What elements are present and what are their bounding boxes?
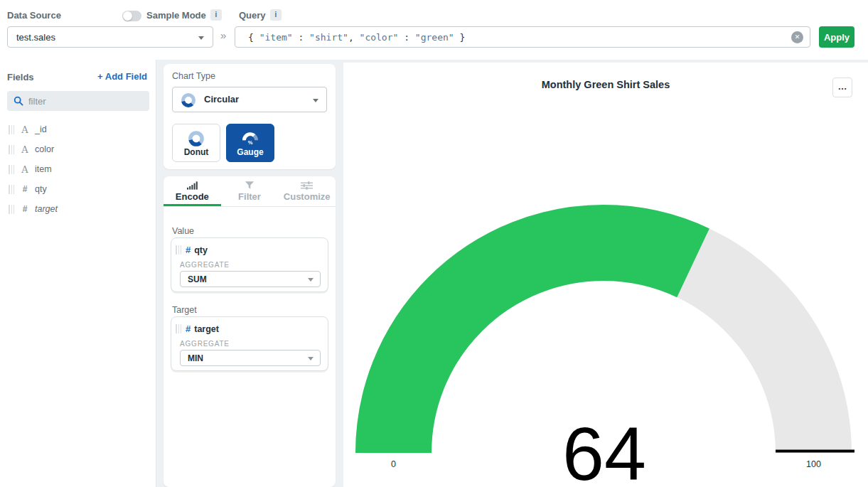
tab-filter[interactable]: Filter <box>221 176 279 206</box>
data-source-select[interactable]: test.sales <box>7 26 213 48</box>
clear-query-icon[interactable]: ✕ <box>791 31 803 43</box>
chevron-down-icon <box>313 99 318 102</box>
query-string-token: "item" <box>259 32 293 43</box>
value-aggregate-value: SUM <box>188 274 207 284</box>
tab-encode[interactable]: Encode <box>164 176 221 206</box>
drag-handle-icon <box>9 165 14 174</box>
query-label: Query <box>239 10 266 21</box>
string-field-icon: A <box>19 124 31 135</box>
subtype-donut-label: Donut <box>184 147 209 157</box>
value-section-label: Value <box>172 226 194 236</box>
query-text: { "item" : "shirt", "color" : "green" } <box>248 32 465 43</box>
field-item-qty[interactable]: #qty <box>0 179 156 199</box>
field-name: item <box>35 164 52 174</box>
target-field-chip[interactable]: # target <box>176 323 219 334</box>
apply-button[interactable]: Apply <box>819 26 854 48</box>
sample-mode-toggle[interactable] <box>122 11 141 21</box>
chart-preview-card: Monthly Green Shirt Sales … 010064 <box>343 63 868 487</box>
chevron-down-icon <box>198 36 204 40</box>
field-name: _id <box>35 124 47 134</box>
number-field-icon: # <box>186 323 191 334</box>
chart-type-label: Chart Type <box>172 71 215 81</box>
target-aggregate-select[interactable]: MIN <box>180 350 321 366</box>
donut-chart-icon <box>187 129 205 148</box>
mongodb-charts-builder: Data Source Sample Mode i Query i test.s… <box>0 0 868 487</box>
field-filter-input[interactable] <box>28 94 142 108</box>
chart-type-card: Chart Type Circular Donut <box>164 64 336 169</box>
fields-list: A_idAcolorAitem#qty#target <box>0 119 156 219</box>
encode-tabs: Encode Filter Customize <box>164 176 336 206</box>
field-item-target[interactable]: #target <box>0 199 156 219</box>
sliders-icon <box>301 181 313 190</box>
field-name: color <box>35 144 54 154</box>
query-punct-token: { <box>248 32 259 43</box>
sample-mode-label: Sample Mode <box>146 10 206 21</box>
query-input[interactable]: { "item" : "shirt", "color" : "green" } … <box>235 26 810 48</box>
double-chevron-icon: » <box>220 29 226 41</box>
field-item-_id[interactable]: A_id <box>0 119 156 139</box>
subtype-gauge-label: Gauge <box>237 147 263 157</box>
gauge-max-label: 100 <box>806 459 821 469</box>
fields-panel: Fields + Add Field A_idAcolorAitem#qty#t… <box>0 60 156 487</box>
value-field-name: qty <box>194 245 208 255</box>
chart-type-select[interactable]: Circular <box>172 87 327 112</box>
target-aggregate-label: AGGREGATE <box>180 340 230 348</box>
subtype-gauge-button[interactable]: % Gauge <box>226 124 274 162</box>
workspace: Fields + Add Field A_idAcolorAitem#qty#t… <box>0 60 868 487</box>
tab-customize-label: Customize <box>284 191 331 202</box>
toggle-knob <box>123 11 132 21</box>
add-field-label: Add Field <box>105 71 147 82</box>
tabs-divider <box>164 206 336 207</box>
target-field-card: # target AGGREGATE MIN <box>171 316 328 371</box>
top-bar: Data Source Sample Mode i Query i test.s… <box>0 0 868 60</box>
field-name: qty <box>35 184 47 194</box>
gauge-value-text: 64 <box>562 412 646 487</box>
query-punct-token: , <box>348 32 360 43</box>
tab-filter-label: Filter <box>238 191 261 202</box>
funnel-icon <box>245 181 254 190</box>
query-punct-token: : <box>398 32 414 43</box>
query-string-token: "green" <box>415 32 454 43</box>
fields-title: Fields <box>7 72 34 82</box>
query-punct-token: } <box>454 32 466 43</box>
tab-customize[interactable]: Customize <box>278 176 336 206</box>
gauge-min-label: 0 <box>391 459 396 469</box>
query-info-icon[interactable]: i <box>270 9 282 21</box>
target-section-label: Target <box>172 305 197 315</box>
field-item-item[interactable]: Aitem <box>0 159 156 179</box>
drag-handle-icon <box>9 125 14 134</box>
number-field-icon: # <box>186 245 191 255</box>
data-source-label: Data Source <box>7 10 61 21</box>
gauge-chart-icon: % <box>240 129 260 145</box>
donut-chart-icon <box>180 92 197 109</box>
value-aggregate-select[interactable]: SUM <box>180 271 321 287</box>
value-field-card: # qty AGGREGATE SUM <box>171 237 328 292</box>
chevron-down-icon <box>308 357 314 360</box>
field-name: target <box>35 204 58 214</box>
search-icon <box>14 96 23 106</box>
svg-text:%: % <box>248 139 253 145</box>
target-aggregate-value: MIN <box>188 353 203 363</box>
gauge-svg: 010064 <box>343 63 868 487</box>
plus-icon: + <box>97 71 103 82</box>
drag-handle-icon <box>9 145 14 154</box>
number-field-icon: # <box>19 204 31 214</box>
encode-card: Encode Filter Customize <box>164 176 336 487</box>
drag-handle-icon <box>9 205 14 214</box>
data-source-value: test.sales <box>16 32 55 43</box>
subtype-donut-button[interactable]: Donut <box>172 124 220 162</box>
string-field-icon: A <box>19 144 31 155</box>
field-filter-box <box>7 91 149 111</box>
string-field-icon: A <box>19 164 31 175</box>
field-item-color[interactable]: Acolor <box>0 139 156 159</box>
add-field-button[interactable]: + Add Field <box>97 71 147 82</box>
drag-handle-icon <box>9 185 14 194</box>
drag-handle-icon <box>176 324 181 333</box>
chevron-down-icon <box>308 278 314 282</box>
target-field-name: target <box>194 324 219 334</box>
bar-chart-icon <box>187 181 198 190</box>
sample-mode-info-icon[interactable]: i <box>210 9 222 21</box>
value-aggregate-label: AGGREGATE <box>180 261 230 269</box>
query-string-token: "color" <box>360 32 399 43</box>
value-field-chip[interactable]: # qty <box>176 245 208 255</box>
